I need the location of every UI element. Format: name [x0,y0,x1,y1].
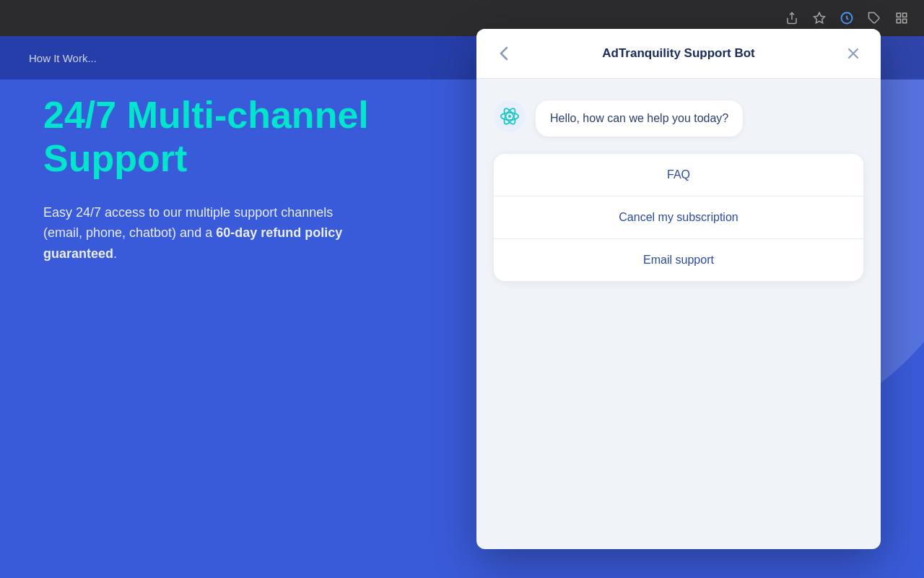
svg-rect-6 [903,20,907,23]
chat-header: AdTranquility Support Bot [476,29,881,79]
svg-rect-5 [903,13,907,17]
bot-avatar [494,100,526,132]
chat-title: AdTranquility Support Bot [514,46,843,61]
svg-rect-4 [897,13,900,17]
headline: 24/7 Multi-channel Support [43,94,419,181]
svg-marker-1 [814,13,825,23]
faq-button[interactable]: FAQ [494,154,863,197]
star-icon[interactable] [811,10,827,26]
back-button[interactable] [494,43,514,64]
bot-message-row: Hello, how can we help you today? [494,100,863,137]
email-support-button[interactable]: Email support [494,239,863,281]
chat-body: Hello, how can we help you today? FAQ Ca… [476,79,881,549]
extensions-icon[interactable] [894,10,910,26]
chat-panel: AdTranquility Support Bot Hello, how can… [476,29,881,549]
share-icon[interactable] [784,10,800,26]
subtext-end: . [113,246,117,261]
subtext: Easy 24/7 access to our multiple support… [43,202,375,264]
bot-bubble: Hello, how can we help you today? [536,100,743,137]
close-button[interactable] [843,43,863,64]
puzzle-icon[interactable] [866,10,882,26]
options-card: FAQ Cancel my subscription Email support [494,154,863,281]
cancel-subscription-button[interactable]: Cancel my subscription [494,197,863,239]
left-content: 24/7 Multi-channel Support Easy 24/7 acc… [0,36,462,578]
refresh-icon[interactable] [839,10,855,26]
svg-rect-7 [897,20,900,23]
svg-point-11 [508,115,511,118]
